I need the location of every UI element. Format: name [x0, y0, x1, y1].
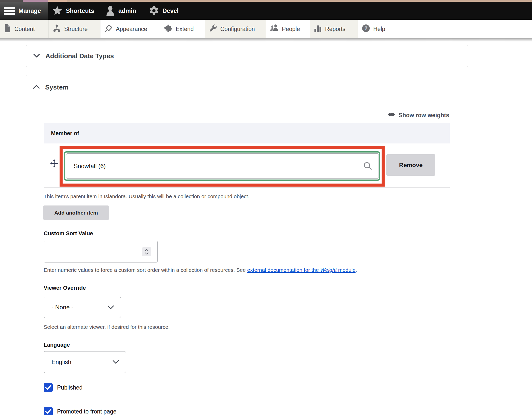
toolbar-item-configuration[interactable]: Configuration — [205, 20, 266, 38]
barchart-icon — [314, 24, 322, 34]
section-additional-date-types[interactable]: Additional Date Types — [26, 45, 468, 67]
chevron-down-icon — [112, 359, 119, 366]
question-icon: ? — [362, 24, 370, 34]
admin-bar-item-manage[interactable]: Manage — [0, 2, 48, 20]
brush-icon — [104, 24, 113, 34]
toolbar-label: Structure — [64, 26, 88, 33]
window-top-strip — [0, 0, 532, 2]
table-header-label: Member of — [51, 130, 79, 137]
section-system: System Show row weights Member of Remove… — [26, 75, 468, 415]
published-checkbox[interactable] — [44, 383, 53, 392]
toolbar-item-people[interactable]: People — [266, 20, 310, 38]
toolbar-item-help[interactable]: ? Help — [358, 20, 396, 38]
svg-text:?: ? — [364, 25, 367, 31]
toolbar-label: Content — [14, 26, 35, 33]
toolbar-label: Help — [373, 26, 385, 33]
toolbar-item-extend[interactable]: Extend — [160, 20, 205, 38]
weight-module-doc-link[interactable]: external documentation for the Weight mo… — [247, 267, 356, 273]
toolbar-label: People — [282, 26, 300, 33]
viewer-override-select[interactable]: - None - — [44, 297, 121, 318]
selected-option: English — [51, 359, 71, 366]
admin-bar-label: admin — [118, 7, 136, 14]
toolbar-item-appearance[interactable]: Appearance — [100, 20, 160, 38]
gear-icon — [149, 6, 159, 16]
toolbar-item-structure[interactable]: Structure — [49, 20, 100, 38]
admin-bar-item-shortcuts[interactable]: Shortcuts — [52, 2, 94, 20]
menu-icon — [4, 7, 15, 15]
member-of-autocomplete — [66, 153, 379, 179]
file-icon — [4, 24, 11, 34]
drupal-admin-page: Manage Shortcuts admin Devel Conte — [0, 0, 532, 415]
admin-bar-label: Devel — [163, 7, 179, 14]
chevron-down-icon — [107, 304, 114, 311]
admin-bar-item-admin[interactable]: admin — [106, 2, 136, 20]
custom-sort-help-text: Enter numeric values to force a custom s… — [44, 267, 247, 273]
drag-handle[interactable] — [50, 159, 59, 168]
admin-menu-toolbar: Content Structure Appearance Extend Conf… — [0, 20, 532, 38]
link-text: module — [337, 267, 356, 273]
wrench-icon — [209, 24, 217, 34]
promoted-label: Promoted to front page — [57, 408, 116, 415]
member-of-description: This item's parent item in Islandora. Us… — [44, 193, 249, 199]
chevron-down-icon — [33, 53, 40, 59]
toolbar-spacer — [396, 20, 532, 38]
remove-button[interactable]: Remove — [386, 154, 435, 176]
admin-bar-label: Manage — [18, 7, 41, 14]
published-label: Published — [57, 384, 83, 391]
link-italic-text: Weight — [320, 267, 337, 273]
admin-bar: Manage Shortcuts admin Devel — [0, 2, 532, 20]
show-row-weights-label: Show row weights — [398, 112, 449, 119]
viewer-override-description: Select an alternate viewer, if desired f… — [44, 324, 170, 330]
toolbar-item-reports[interactable]: Reports — [310, 20, 358, 38]
people-icon — [270, 24, 279, 34]
language-select[interactable]: English — [44, 351, 126, 373]
toolbar-label: Extend — [176, 26, 194, 33]
custom-sort-input[interactable] — [44, 241, 158, 262]
toolbar-label: Appearance — [116, 26, 147, 33]
toolbar-label: Reports — [325, 26, 345, 33]
custom-sort-field — [44, 241, 158, 262]
add-another-item-button[interactable]: Add another item — [43, 205, 109, 220]
admin-bar-item-devel[interactable]: Devel — [149, 2, 179, 20]
section-title: System — [45, 83, 69, 91]
table-row-divider — [44, 187, 450, 188]
puzzle-icon — [164, 24, 172, 34]
promoted-checkbox[interactable] — [44, 407, 53, 415]
toolbar-label: Configuration — [220, 26, 255, 33]
number-spinner[interactable] — [142, 247, 151, 256]
custom-sort-help-period: . — [356, 267, 357, 273]
promoted-row: Promoted to front page — [44, 407, 116, 415]
published-row: Published — [44, 383, 83, 392]
link-text: external documentation for the — [247, 267, 321, 273]
viewer-override-label: Viewer Override — [44, 285, 86, 291]
language-label: Language — [44, 342, 70, 348]
eye-icon — [387, 112, 395, 119]
user-icon — [106, 6, 115, 16]
sitemap-icon — [53, 24, 61, 34]
star-icon — [52, 6, 62, 16]
search-icon — [363, 161, 372, 171]
member-of-input[interactable] — [66, 153, 379, 179]
custom-sort-label: Custom Sort Value — [44, 230, 93, 237]
chevron-up-icon — [33, 85, 40, 90]
toolbar-item-content[interactable]: Content — [0, 20, 49, 38]
admin-bar-label: Shortcuts — [66, 7, 94, 14]
section-title: Additional Date Types — [45, 52, 114, 60]
toolbar-shadow — [0, 38, 532, 43]
selected-option: - None - — [51, 304, 73, 311]
section-system-header[interactable]: System — [33, 83, 69, 91]
custom-sort-description: Enter numeric values to force a custom s… — [44, 267, 357, 273]
show-row-weights-link[interactable]: Show row weights — [387, 112, 449, 119]
table-header-member-of: Member of — [44, 123, 450, 143]
